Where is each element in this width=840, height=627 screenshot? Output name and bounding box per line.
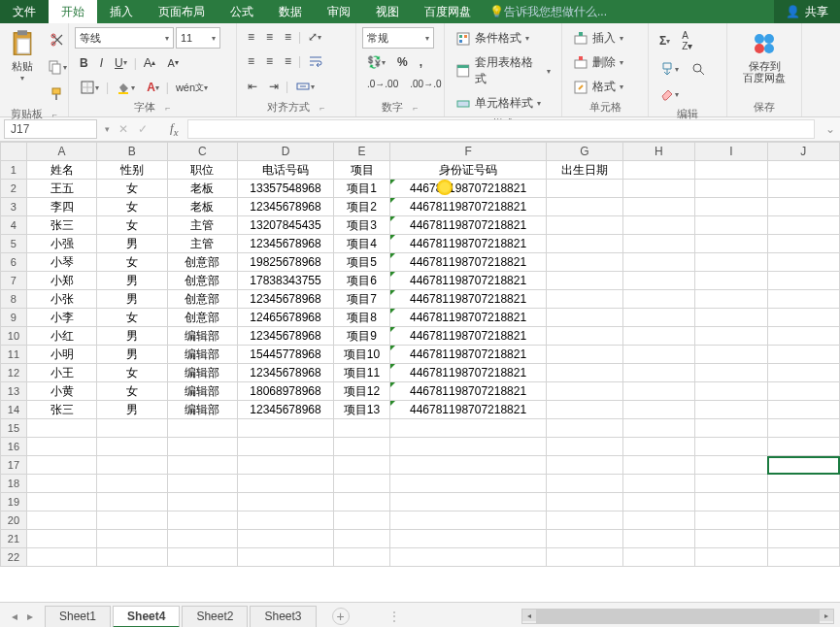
- align-bot-button[interactable]: ≡: [280, 27, 296, 47]
- find-button[interactable]: [686, 58, 711, 80]
- cell[interactable]: [547, 346, 623, 364]
- cell[interactable]: [622, 161, 694, 180]
- fill-color-button[interactable]: ▾: [111, 77, 140, 98]
- cell[interactable]: [237, 475, 333, 493]
- cell[interactable]: [389, 530, 546, 548]
- ribbon-tab-6[interactable]: 视图: [363, 0, 412, 23]
- cell[interactable]: [695, 382, 767, 401]
- cell[interactable]: [167, 530, 237, 548]
- share-button[interactable]: 👤共享: [774, 0, 840, 23]
- cell[interactable]: [695, 530, 767, 548]
- sort-filter-button[interactable]: AZ▾: [677, 27, 697, 54]
- cell[interactable]: 项目6: [334, 272, 390, 290]
- cell[interactable]: [695, 364, 767, 382]
- cell[interactable]: 项目7: [334, 290, 390, 309]
- tellme[interactable]: 💡 告诉我您想做什么...: [489, 0, 607, 23]
- ribbon-tab-0[interactable]: 开始: [49, 0, 97, 23]
- cell[interactable]: [695, 512, 767, 530]
- cell[interactable]: [767, 364, 839, 382]
- sheet-tab-Sheet3[interactable]: Sheet3: [250, 606, 316, 628]
- cell[interactable]: 18068978968: [237, 382, 333, 401]
- cell[interactable]: [622, 272, 694, 290]
- row-header-2[interactable]: 2: [1, 180, 27, 198]
- cell[interactable]: [389, 438, 546, 456]
- cell[interactable]: [97, 419, 167, 438]
- cut-button[interactable]: [43, 29, 72, 50]
- cell[interactable]: [767, 456, 839, 475]
- cell[interactable]: 446781198707218821: [389, 198, 546, 216]
- cell[interactable]: [547, 235, 623, 253]
- indent-inc-button[interactable]: ⇥: [264, 77, 284, 96]
- cell[interactable]: [26, 456, 96, 475]
- cell[interactable]: 李四: [26, 198, 96, 216]
- cell[interactable]: [167, 419, 237, 438]
- cell[interactable]: [547, 253, 623, 272]
- font-name-select[interactable]: 等线▾: [75, 27, 174, 49]
- row-header-20[interactable]: 20: [1, 512, 27, 530]
- cell[interactable]: 446781198707218821: [389, 216, 546, 235]
- row-header-4[interactable]: 4: [1, 216, 27, 235]
- percent-button[interactable]: %: [392, 52, 413, 72]
- cell[interactable]: [97, 456, 167, 475]
- cell[interactable]: [622, 216, 694, 235]
- cell[interactable]: 项目9: [334, 327, 390, 346]
- name-box-dropdown[interactable]: ▾: [101, 124, 114, 134]
- cell[interactable]: 电话号码: [237, 161, 333, 180]
- cell[interactable]: [97, 438, 167, 456]
- cell[interactable]: [26, 475, 96, 493]
- row-header-11[interactable]: 11: [1, 346, 27, 364]
- cell[interactable]: [26, 512, 96, 530]
- dec-decimal-button[interactable]: .00→.0: [405, 76, 446, 92]
- cell[interactable]: 446781198707218821: [389, 253, 546, 272]
- cell[interactable]: [389, 456, 546, 475]
- cell[interactable]: [97, 493, 167, 512]
- ribbon-tab-4[interactable]: 数据: [266, 0, 315, 23]
- cell[interactable]: [26, 438, 96, 456]
- ribbon-tab-7[interactable]: 百度网盘: [412, 0, 484, 23]
- cell[interactable]: [622, 401, 694, 419]
- cell[interactable]: 项目13: [334, 401, 390, 419]
- cell[interactable]: [622, 327, 694, 346]
- cell[interactable]: 女: [97, 364, 167, 382]
- cell[interactable]: 老板: [167, 180, 237, 198]
- sheet-tab-Sheet2[interactable]: Sheet2: [182, 606, 248, 628]
- cell[interactable]: [767, 382, 839, 401]
- cell[interactable]: [334, 530, 390, 548]
- cell[interactable]: [622, 346, 694, 364]
- merge-button[interactable]: ▾: [290, 76, 319, 97]
- cell[interactable]: [547, 382, 623, 401]
- cell[interactable]: 女: [97, 198, 167, 216]
- inc-decimal-button[interactable]: .0→.00: [362, 76, 403, 92]
- cell[interactable]: [167, 512, 237, 530]
- cell[interactable]: [547, 309, 623, 327]
- row-header-21[interactable]: 21: [1, 530, 27, 548]
- cell[interactable]: [622, 475, 694, 493]
- italic-button[interactable]: I: [95, 53, 108, 73]
- col-header-G[interactable]: G: [547, 143, 623, 161]
- col-header-H[interactable]: H: [622, 143, 694, 161]
- row-header-6[interactable]: 6: [1, 253, 27, 272]
- row-header-15[interactable]: 15: [1, 419, 27, 438]
- cell[interactable]: [767, 548, 839, 567]
- cell[interactable]: 创意部: [167, 309, 237, 327]
- col-header-E[interactable]: E: [334, 143, 390, 161]
- row-header-1[interactable]: 1: [1, 161, 27, 180]
- cell[interactable]: [622, 548, 694, 567]
- scroll-right-button[interactable]: ▸: [820, 610, 833, 621]
- cell[interactable]: [695, 253, 767, 272]
- scroll-left-button[interactable]: ◂: [522, 610, 536, 621]
- fx-confirm[interactable]: ✓: [133, 119, 152, 139]
- cell[interactable]: [767, 198, 839, 216]
- cell[interactable]: 男: [97, 290, 167, 309]
- grow-font-button[interactable]: A▴: [139, 52, 161, 73]
- cell[interactable]: [167, 456, 237, 475]
- col-header-J[interactable]: J: [767, 143, 839, 161]
- cell[interactable]: 男: [97, 346, 167, 364]
- cell[interactable]: 张三: [26, 401, 96, 419]
- cell[interactable]: 446781198707218821: [389, 382, 546, 401]
- h-scrollbar[interactable]: ◂ ▸: [521, 609, 834, 624]
- row-header-19[interactable]: 19: [1, 493, 27, 512]
- cell[interactable]: [767, 161, 839, 180]
- cell[interactable]: [547, 290, 623, 309]
- cell[interactable]: 17838343755: [237, 272, 333, 290]
